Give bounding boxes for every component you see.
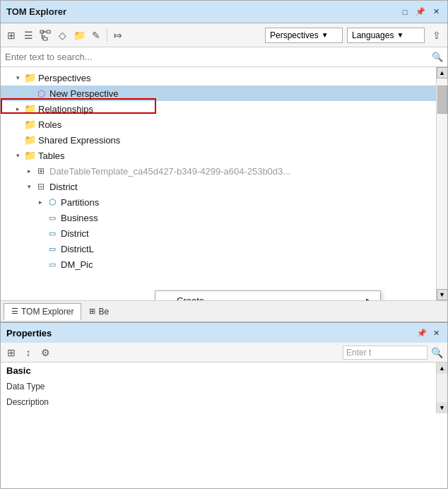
shared-expressions-label: Shared Expressions (38, 135, 120, 146)
folder-icon[interactable]: 📁 (71, 28, 87, 43)
expand-district[interactable]: ▾ (23, 183, 35, 190)
tab-be[interactable]: ⊞ Be (81, 303, 117, 320)
folder-tables-icon: 📁 (23, 149, 36, 162)
tree-item-roles[interactable]: ▸ 📁 Roles (1, 117, 436, 132)
edit-icon[interactable]: ✎ (88, 28, 104, 43)
prop-scroll-down[interactable]: ▼ (437, 402, 448, 413)
perspectives-dropdown-arrow: ▼ (322, 31, 338, 39)
data-type-key: Data Type (6, 382, 77, 391)
hierarchy-icon[interactable] (37, 28, 53, 43)
properties-section-basic: Basic (6, 365, 430, 376)
tab-tom-explorer[interactable]: ☰ TOM Explorer (4, 303, 81, 320)
properties-title: Properties (6, 328, 52, 338)
menu-item-create[interactable]: Create ▶ (155, 291, 380, 300)
date-template-label: DateTableTemplate_ca45d427-b349-4299-a60… (49, 166, 290, 177)
svg-rect-1 (47, 30, 50, 33)
perspectives-dropdown-value: Perspectives (270, 30, 319, 40)
expand-new-perspective: ▸ (23, 90, 35, 97)
tree-item-tables[interactable]: ▾ 📁 Tables (1, 148, 436, 163)
tree-item-district[interactable]: ▾ ⊟ District (1, 179, 436, 194)
prop-search-icon[interactable]: 🔍 (429, 345, 444, 360)
prop-filter-icon[interactable]: ⚙ (37, 345, 53, 360)
properties-row-datatype: Data Type (6, 379, 430, 394)
title-bar-controls: □ 📌 ✕ (399, 6, 442, 18)
district-measure-label: District (61, 228, 89, 239)
properties-panel: Properties 📌 ✕ ⊞ ↕ ⚙ 🔍 Basic Data Type (1, 322, 447, 413)
expand-date[interactable]: ▸ (23, 167, 35, 175)
measure-dmpic-icon: ▭ (46, 258, 59, 271)
create-label: Create (177, 295, 204, 301)
tree-item-partitions[interactable]: ▸ ⬡ Partitions (1, 194, 436, 210)
grid-icon[interactable]: ⊞ (4, 28, 19, 43)
tree-item-relationships[interactable]: ▸ 📁 Relationships (1, 101, 436, 117)
close-button[interactable]: ✕ (430, 6, 442, 18)
properties-scrollbar: ▲ ▼ (436, 363, 447, 413)
roles-label: Roles (38, 119, 61, 130)
scroll-up-button[interactable]: ▲ (437, 67, 448, 78)
expand-perspectives[interactable]: ▾ (12, 74, 23, 81)
search-input[interactable] (5, 52, 432, 62)
tree-scrollbar[interactable]: ▲ ▼ (436, 67, 447, 300)
tree-item-date-template[interactable]: ▸ ⊞ DateTableTemplate_ca45d427-b349-4299… (1, 163, 436, 179)
cube-icon[interactable]: ◇ (54, 28, 70, 43)
be-tab-label: Be (98, 307, 109, 317)
prop-grid-icon[interactable]: ⊞ (4, 345, 19, 360)
properties-content: Basic Data Type Description ▲ ▼ (1, 363, 447, 413)
partitions-label: Partitions (61, 197, 99, 208)
tab-bar: ☰ TOM Explorer ⊞ Be (1, 300, 447, 322)
measure-business-icon: ▭ (46, 211, 59, 224)
title-bar: TOM Explorer □ 📌 ✕ (1, 1, 447, 23)
properties-close-button[interactable]: ✕ (430, 327, 442, 338)
tree-item-business[interactable]: ▸ ▭ Business (1, 210, 436, 225)
folder-relationships-icon: 📁 (23, 102, 36, 115)
tom-tab-label: TOM Explorer (21, 307, 73, 317)
languages-dropdown-arrow: ▼ (396, 31, 420, 39)
tree-area: ▾ 📁 Perspectives ▸ ⬡ New Perspective ▸ 📁… (1, 67, 447, 300)
expand-tables[interactable]: ▾ (12, 152, 23, 159)
scroll-down-button[interactable]: ▼ (437, 289, 448, 300)
dmpic-label: DM_Pic (61, 259, 93, 270)
columns-icon[interactable]: ⤇ (110, 28, 126, 43)
table-district-icon: ⊟ (35, 180, 47, 193)
scroll-track (437, 78, 447, 289)
expand-dmpic: ▸ (35, 261, 46, 268)
expand-roles: ▸ (12, 121, 23, 128)
expand-relationships[interactable]: ▸ (12, 105, 23, 112)
languages-dropdown-value: Languages (352, 30, 394, 40)
tree-item-new-perspective[interactable]: ▸ ⬡ New Perspective (1, 86, 436, 101)
tree-item-shared-expressions[interactable]: ▸ 📁 Shared Expressions (1, 132, 436, 148)
prop-sort-icon[interactable]: ↕ (20, 345, 36, 360)
tree-item-district-measure[interactable]: ▸ ▭ District (1, 225, 436, 241)
properties-title-bar: Properties 📌 ✕ (1, 323, 447, 343)
perspectives-dropdown[interactable]: Perspectives ▼ (265, 28, 343, 43)
tom-explorer-window: TOM Explorer □ 📌 ✕ ⊞ ☰ ◇ 📁 ✎ ⤇ Perspe (0, 0, 448, 489)
scroll-thumb[interactable] (437, 86, 447, 114)
folder-shared-icon: 📁 (23, 134, 36, 146)
expand-districtl: ▸ (35, 245, 46, 252)
prop-scroll-up[interactable]: ▲ (437, 363, 448, 374)
tree-item-perspectives[interactable]: ▾ 📁 Perspectives (1, 70, 436, 86)
dock-icon[interactable]: ⇪ (429, 28, 444, 43)
separator1 (107, 29, 107, 42)
languages-dropdown[interactable]: Languages ▼ (347, 28, 425, 43)
properties-pin-button[interactable]: 📌 (416, 327, 428, 338)
tree-item-dmpic[interactable]: ▸ ▭ DM_Pic (1, 257, 436, 272)
svg-rect-2 (43, 37, 47, 40)
expand-partitions[interactable]: ▸ (35, 199, 46, 206)
tree-item-districtl[interactable]: ▸ ▭ DistrictL (1, 241, 436, 257)
expand-district-measure: ▸ (35, 230, 46, 237)
new-perspective-label: New Perspective (49, 88, 119, 99)
partitions-icon: ⬡ (46, 196, 59, 208)
business-label: Business (61, 213, 98, 223)
search-bar: 🔍 (1, 47, 447, 67)
measure-districtl-icon: ▭ (46, 242, 59, 255)
pin-button[interactable]: 📌 (415, 6, 426, 18)
relationships-label: Relationships (38, 104, 93, 114)
context-menu: Create ▶ Make invisible Ctrl+I Shown in … (155, 290, 381, 300)
list-icon[interactable]: ☰ (20, 28, 36, 43)
properties-main: Basic Data Type Description (1, 363, 436, 413)
expand-shared: ▸ (12, 136, 23, 143)
minimize-button[interactable]: □ (399, 6, 411, 18)
tree-content: ▾ 📁 Perspectives ▸ ⬡ New Perspective ▸ 📁… (1, 67, 436, 300)
description-key: Description (6, 397, 77, 407)
